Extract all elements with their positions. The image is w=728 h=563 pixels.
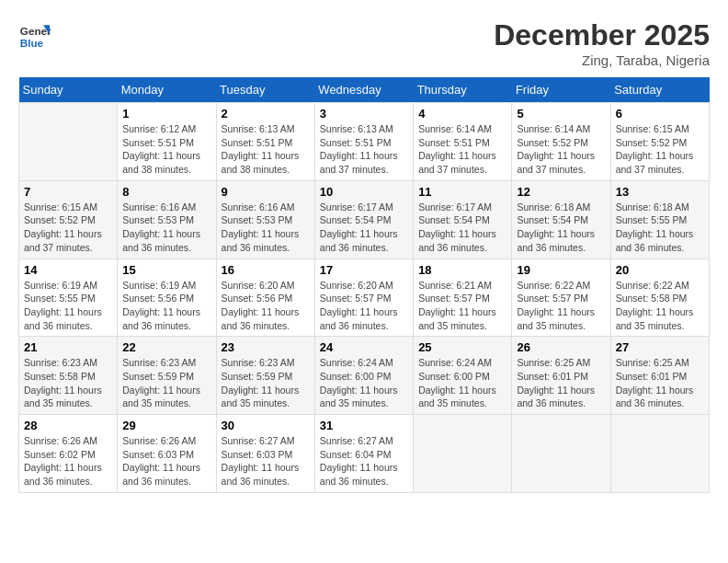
calendar-cell: 28Sunrise: 6:26 AMSunset: 6:02 PMDayligh…: [19, 415, 118, 493]
day-number: 12: [517, 185, 605, 199]
day-number: 20: [616, 263, 704, 277]
calendar-cell: [414, 415, 512, 493]
page-header: General Blue December 2025 Zing, Taraba,…: [18, 18, 710, 68]
day-number: 1: [122, 107, 210, 121]
day-number: 2: [222, 107, 310, 121]
day-number: 10: [320, 185, 408, 199]
calendar-week-2: 7Sunrise: 6:15 AMSunset: 5:52 PMDaylight…: [19, 180, 710, 259]
day-number: 30: [222, 419, 310, 432]
day-info: Sunrise: 6:14 AMSunset: 5:52 PMDaylight:…: [517, 122, 605, 177]
day-number: 28: [24, 419, 112, 432]
day-info: Sunrise: 6:20 AMSunset: 5:56 PMDaylight:…: [222, 279, 310, 333]
calendar-week-4: 21Sunrise: 6:23 AMSunset: 5:58 PMDayligh…: [19, 337, 710, 415]
day-number: 17: [320, 263, 408, 277]
day-number: 9: [222, 185, 310, 199]
day-info: Sunrise: 6:27 AMSunset: 6:03 PMDaylight:…: [222, 434, 310, 488]
day-number: 5: [517, 107, 605, 121]
day-info: Sunrise: 6:25 AMSunset: 6:01 PMDaylight:…: [616, 356, 704, 410]
day-info: Sunrise: 6:23 AMSunset: 5:58 PMDaylight:…: [24, 356, 112, 410]
calendar-cell: [512, 415, 610, 493]
day-info: Sunrise: 6:17 AMSunset: 5:54 PMDaylight:…: [320, 201, 408, 255]
calendar-cell: 6Sunrise: 6:15 AMSunset: 5:52 PMDaylight…: [610, 103, 709, 181]
logo: General Blue: [18, 18, 55, 52]
calendar-cell: 19Sunrise: 6:22 AMSunset: 5:57 PMDayligh…: [512, 259, 610, 337]
calendar-cell: 3Sunrise: 6:13 AMSunset: 5:51 PMDaylight…: [314, 103, 413, 181]
day-info: Sunrise: 6:13 AMSunset: 5:51 PMDaylight:…: [320, 122, 408, 177]
day-info: Sunrise: 6:14 AMSunset: 5:51 PMDaylight:…: [418, 122, 506, 177]
calendar-cell: 18Sunrise: 6:21 AMSunset: 5:57 PMDayligh…: [414, 259, 512, 337]
day-info: Sunrise: 6:16 AMSunset: 5:53 PMDaylight:…: [122, 201, 210, 255]
day-info: Sunrise: 6:23 AMSunset: 5:59 PMDaylight:…: [222, 356, 310, 410]
calendar-week-1: 1Sunrise: 6:12 AMSunset: 5:51 PMDaylight…: [19, 103, 710, 181]
calendar-cell: 9Sunrise: 6:16 AMSunset: 5:53 PMDaylight…: [216, 180, 314, 259]
calendar-cell: 10Sunrise: 6:17 AMSunset: 5:54 PMDayligh…: [314, 180, 413, 259]
calendar-header-row: SundayMondayTuesdayWednesdayThursdayFrid…: [19, 77, 710, 103]
day-info: Sunrise: 6:18 AMSunset: 5:55 PMDaylight:…: [616, 201, 704, 255]
column-header-wednesday: Wednesday: [314, 77, 413, 103]
day-info: Sunrise: 6:25 AMSunset: 6:01 PMDaylight:…: [517, 356, 605, 410]
column-header-friday: Friday: [512, 77, 610, 103]
day-info: Sunrise: 6:20 AMSunset: 5:57 PMDaylight:…: [320, 279, 408, 333]
day-info: Sunrise: 6:18 AMSunset: 5:54 PMDaylight:…: [517, 201, 605, 255]
day-info: Sunrise: 6:21 AMSunset: 5:57 PMDaylight:…: [418, 279, 506, 333]
day-number: 31: [320, 419, 408, 432]
day-info: Sunrise: 6:24 AMSunset: 6:00 PMDaylight:…: [418, 356, 506, 410]
day-info: Sunrise: 6:22 AMSunset: 5:58 PMDaylight:…: [616, 279, 704, 333]
calendar-cell: [19, 103, 118, 181]
day-info: Sunrise: 6:23 AMSunset: 5:59 PMDaylight:…: [122, 356, 210, 410]
calendar-table: SundayMondayTuesdayWednesdayThursdayFrid…: [18, 77, 710, 493]
day-number: 6: [616, 107, 704, 121]
page-title: December 2025: [494, 18, 710, 52]
day-info: Sunrise: 6:13 AMSunset: 5:51 PMDaylight:…: [222, 122, 310, 177]
column-header-tuesday: Tuesday: [216, 77, 314, 103]
column-header-thursday: Thursday: [414, 77, 512, 103]
calendar-cell: 12Sunrise: 6:18 AMSunset: 5:54 PMDayligh…: [512, 180, 610, 259]
calendar-cell: 23Sunrise: 6:23 AMSunset: 5:59 PMDayligh…: [216, 337, 314, 415]
day-number: 18: [418, 263, 506, 277]
calendar-cell: 20Sunrise: 6:22 AMSunset: 5:58 PMDayligh…: [610, 259, 709, 337]
day-info: Sunrise: 6:19 AMSunset: 5:56 PMDaylight:…: [122, 279, 210, 333]
calendar-cell: [610, 415, 709, 493]
calendar-cell: 31Sunrise: 6:27 AMSunset: 6:04 PMDayligh…: [314, 415, 413, 493]
day-number: 25: [418, 340, 506, 354]
day-number: 13: [616, 185, 704, 199]
day-number: 26: [517, 340, 605, 354]
day-number: 4: [418, 107, 506, 121]
day-number: 7: [24, 185, 112, 199]
day-number: 15: [122, 263, 210, 277]
calendar-cell: 4Sunrise: 6:14 AMSunset: 5:51 PMDaylight…: [414, 103, 512, 181]
calendar-cell: 30Sunrise: 6:27 AMSunset: 6:03 PMDayligh…: [216, 415, 314, 493]
day-info: Sunrise: 6:27 AMSunset: 6:04 PMDaylight:…: [320, 434, 408, 488]
calendar-cell: 11Sunrise: 6:17 AMSunset: 5:54 PMDayligh…: [414, 180, 512, 259]
calendar-cell: 27Sunrise: 6:25 AMSunset: 6:01 PMDayligh…: [610, 337, 709, 415]
page-subtitle: Zing, Taraba, Nigeria: [494, 52, 710, 68]
column-header-monday: Monday: [118, 77, 216, 103]
day-number: 16: [222, 263, 310, 277]
calendar-cell: 7Sunrise: 6:15 AMSunset: 5:52 PMDaylight…: [19, 180, 118, 259]
day-number: 8: [122, 185, 210, 199]
calendar-cell: 5Sunrise: 6:14 AMSunset: 5:52 PMDaylight…: [512, 103, 610, 181]
calendar-cell: 15Sunrise: 6:19 AMSunset: 5:56 PMDayligh…: [118, 259, 216, 337]
day-info: Sunrise: 6:22 AMSunset: 5:57 PMDaylight:…: [517, 279, 605, 333]
calendar-cell: 13Sunrise: 6:18 AMSunset: 5:55 PMDayligh…: [610, 180, 709, 259]
calendar-cell: 2Sunrise: 6:13 AMSunset: 5:51 PMDaylight…: [216, 103, 314, 181]
calendar-cell: 14Sunrise: 6:19 AMSunset: 5:55 PMDayligh…: [19, 259, 118, 337]
calendar-cell: 16Sunrise: 6:20 AMSunset: 5:56 PMDayligh…: [216, 259, 314, 337]
svg-text:Blue: Blue: [20, 37, 44, 49]
day-number: 22: [122, 340, 210, 354]
title-block: December 2025 Zing, Taraba, Nigeria: [494, 18, 710, 68]
day-info: Sunrise: 6:12 AMSunset: 5:51 PMDaylight:…: [122, 122, 210, 177]
day-number: 11: [418, 185, 506, 199]
day-number: 19: [517, 263, 605, 277]
calendar-cell: 1Sunrise: 6:12 AMSunset: 5:51 PMDaylight…: [118, 103, 216, 181]
day-info: Sunrise: 6:26 AMSunset: 6:03 PMDaylight:…: [122, 434, 210, 488]
day-info: Sunrise: 6:19 AMSunset: 5:55 PMDaylight:…: [24, 279, 112, 333]
column-header-saturday: Saturday: [610, 77, 709, 103]
day-number: 21: [24, 340, 112, 354]
day-info: Sunrise: 6:15 AMSunset: 5:52 PMDaylight:…: [24, 201, 112, 255]
day-number: 24: [320, 340, 408, 354]
day-info: Sunrise: 6:15 AMSunset: 5:52 PMDaylight:…: [616, 122, 704, 177]
calendar-cell: 17Sunrise: 6:20 AMSunset: 5:57 PMDayligh…: [314, 259, 413, 337]
calendar-cell: 25Sunrise: 6:24 AMSunset: 6:00 PMDayligh…: [414, 337, 512, 415]
day-number: 27: [616, 340, 704, 354]
